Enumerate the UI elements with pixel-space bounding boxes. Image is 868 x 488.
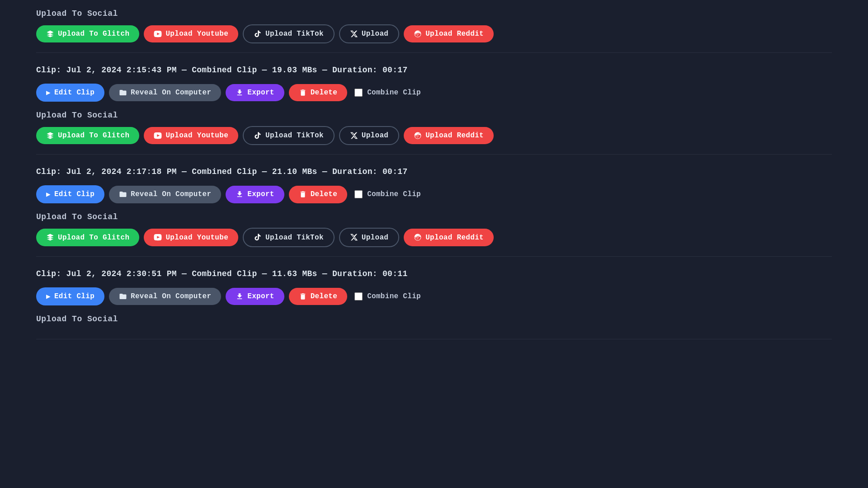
top-upload-tiktok-button[interactable]: Upload TikTok xyxy=(243,24,335,43)
clip-3-delete-button[interactable]: Delete xyxy=(289,288,347,305)
folder-icon-2 xyxy=(119,190,127,198)
reddit-icon-top xyxy=(414,30,422,38)
reddit-icon-2 xyxy=(414,233,422,241)
top-social-section: Upload To Social Upload To Glitch Upload… xyxy=(36,0,832,53)
clip-2-reveal-button[interactable]: Reveal On Computer xyxy=(109,186,221,203)
clip-3-upload-to-social-label: Upload To Social xyxy=(36,314,832,324)
clip-2-upload-to-social-label: Upload To Social xyxy=(36,212,832,221)
clip-1-glitch-button[interactable]: Upload To Glitch xyxy=(36,127,139,144)
clip-1-label: Clip: Jul 2, 2024 2:15:43 PM — Combined … xyxy=(36,66,408,75)
youtube-icon-1 xyxy=(154,131,162,140)
play-icon-3: ▶ xyxy=(46,292,51,301)
clip-2-export-button[interactable]: Export xyxy=(226,186,284,203)
clip-2-combine-wrapper: Combine Clip xyxy=(354,190,421,198)
clip-section-2: Clip: Jul 2, 2024 2:17:18 PM — Combined … xyxy=(36,155,832,256)
folder-icon-1 xyxy=(119,89,127,97)
glitch-icon-1 xyxy=(46,131,54,140)
clip-section-1: Clip: Jul 2, 2024 2:15:43 PM — Combined … xyxy=(36,53,832,155)
clip-3-info: Clip: Jul 2, 2024 2:30:51 PM — Combined … xyxy=(36,269,832,278)
tiktok-icon-1 xyxy=(254,131,262,140)
clip-1-edit-button[interactable]: ▶ Edit Clip xyxy=(36,84,104,102)
clip-1-upload-to-social-label: Upload To Social xyxy=(36,111,832,120)
top-upload-reddit-label: Upload Reddit xyxy=(425,30,484,38)
x-icon-1 xyxy=(350,131,358,140)
tiktok-icon-2 xyxy=(254,233,262,241)
top-upload-youtube-button[interactable]: Upload Youtube xyxy=(144,25,238,42)
clip-2-edit-button[interactable]: ▶ Edit Clip xyxy=(36,185,104,203)
clip-1-delete-button[interactable]: Delete xyxy=(289,84,347,101)
download-icon-1 xyxy=(236,89,244,97)
clip-2-glitch-button[interactable]: Upload To Glitch xyxy=(36,229,139,246)
top-upload-tiktok-label: Upload TikTok xyxy=(265,30,324,38)
clip-1-tiktok-button[interactable]: Upload TikTok xyxy=(243,126,335,145)
clip-2-combine-label: Combine Clip xyxy=(367,190,421,198)
clip-3-export-button[interactable]: Export xyxy=(226,288,284,305)
clip-2-tiktok-button[interactable]: Upload TikTok xyxy=(243,228,335,247)
clip-2-reddit-button[interactable]: Upload Reddit xyxy=(404,229,494,246)
clip-1-export-button[interactable]: Export xyxy=(226,84,284,101)
clip-1-x-button[interactable]: Upload xyxy=(339,126,399,145)
top-upload-to-social-label: Upload To Social xyxy=(36,9,832,18)
clip-2-youtube-button[interactable]: Upload Youtube xyxy=(144,229,238,246)
clip-1-reveal-button[interactable]: Reveal On Computer xyxy=(109,84,221,101)
download-icon-2 xyxy=(236,190,244,198)
top-upload-x-button[interactable]: Upload xyxy=(339,24,399,43)
clip-3-combine-checkbox[interactable] xyxy=(354,292,363,300)
clip-3-action-row: ▶ Edit Clip Reveal On Computer Export D xyxy=(36,287,832,305)
clip-3-combine-label: Combine Clip xyxy=(367,292,421,300)
clip-1-combine-wrapper: Combine Clip xyxy=(354,89,421,97)
x-icon-2 xyxy=(350,233,358,241)
top-button-row: Upload To Glitch Upload Youtube Upload T… xyxy=(36,24,832,43)
clip-2-label: Clip: Jul 2, 2024 2:17:18 PM — Combined … xyxy=(36,167,408,176)
clip-2-combine-checkbox[interactable] xyxy=(354,190,363,198)
play-icon-1: ▶ xyxy=(46,88,51,97)
trash-icon-1 xyxy=(299,89,307,97)
clip-1-combine-checkbox[interactable] xyxy=(354,89,363,97)
top-upload-reddit-button[interactable]: Upload Reddit xyxy=(404,25,494,42)
top-upload-x-label: Upload xyxy=(362,30,388,38)
clip-1-action-row: ▶ Edit Clip Reveal On Computer Export D xyxy=(36,84,832,102)
clip-1-social-button-row: Upload To Glitch Upload Youtube Upload T… xyxy=(36,126,832,145)
clip-2-info: Clip: Jul 2, 2024 2:17:18 PM — Combined … xyxy=(36,167,832,176)
glitch-icon-2 xyxy=(46,233,54,241)
clip-3-edit-button[interactable]: ▶ Edit Clip xyxy=(36,287,104,305)
reddit-icon-1 xyxy=(414,131,422,140)
trash-icon-2 xyxy=(299,190,307,198)
x-icon xyxy=(350,30,358,38)
clip-3-combine-wrapper: Combine Clip xyxy=(354,292,421,300)
clip-1-reddit-button[interactable]: Upload Reddit xyxy=(404,127,494,144)
clip-2-delete-button[interactable]: Delete xyxy=(289,186,347,203)
clip-2-x-button[interactable]: Upload xyxy=(339,228,399,247)
play-icon-2: ▶ xyxy=(46,190,51,199)
top-upload-to-glitch-label: Upload To Glitch xyxy=(58,30,129,38)
folder-icon-3 xyxy=(119,292,127,300)
clip-2-social-button-row: Upload To Glitch Upload Youtube Upload T… xyxy=(36,228,832,247)
youtube-icon xyxy=(154,30,162,38)
clip-2-action-row: ▶ Edit Clip Reveal On Computer Export D xyxy=(36,185,832,203)
glitch-icon xyxy=(46,30,54,38)
top-upload-youtube-label: Upload Youtube xyxy=(165,30,228,38)
top-upload-to-glitch-button[interactable]: Upload To Glitch xyxy=(36,25,139,42)
clip-1-combine-label: Combine Clip xyxy=(367,89,421,97)
clip-1-info: Clip: Jul 2, 2024 2:15:43 PM — Combined … xyxy=(36,66,832,75)
tiktok-icon xyxy=(254,30,262,38)
youtube-icon-2 xyxy=(154,233,162,241)
clip-3-label: Clip: Jul 2, 2024 2:30:51 PM — Combined … xyxy=(36,269,408,278)
clip-section-3: Clip: Jul 2, 2024 2:30:51 PM — Combined … xyxy=(36,257,832,339)
download-icon-3 xyxy=(236,292,244,300)
clip-3-reveal-button[interactable]: Reveal On Computer xyxy=(109,288,221,305)
clip-1-youtube-button[interactable]: Upload Youtube xyxy=(144,127,238,144)
trash-icon-3 xyxy=(299,292,307,300)
